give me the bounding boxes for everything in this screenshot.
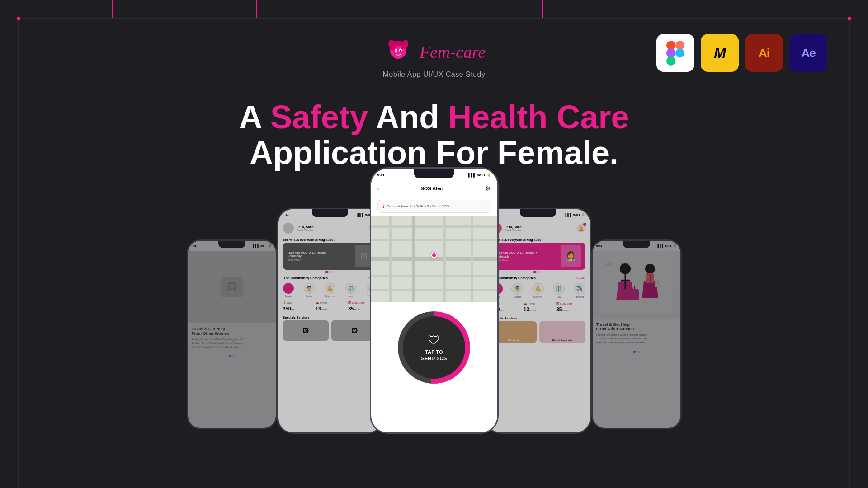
corner-dot-tl [17,17,20,20]
phones-container: 9:41 ▐▐▐WiFi🔋 🖼 Travel & Get HelpFrom Ot… [118,167,750,434]
svg-point-3 [675,48,684,57]
heading-and: And [368,99,448,135]
phone-wireframe-far: 9:41 ▐▐▐WiFi🔋 🖼 Travel & Get HelpFrom Ot… [187,239,277,429]
logo-text: Fem-care [420,42,486,62]
tool-icons-bar: M Ai Ae [656,34,827,72]
heading-safety: Safety [270,99,368,135]
phone-home-gray: 9:41 ▐▐▐WiFi🔋 Hello, Sofia Good Morning … [277,208,383,434]
svg-point-22 [645,264,655,274]
svg-point-15 [406,44,407,45]
svg-rect-20 [630,289,639,300]
corner-dot-tr [848,17,851,20]
svg-rect-2 [666,48,675,58]
svg-rect-4 [666,56,675,66]
status-time-2: 9:41 [283,213,289,216]
svg-point-11 [395,50,396,52]
maze-icon: M [701,34,739,72]
phone-travel-far: 9:41 ▐▐▐WiFi🔋 [591,239,682,429]
svg-point-12 [400,50,401,52]
status-time-1: 9:41 [192,244,198,248]
status-time-sos: 9:41 [377,173,385,177]
deco-line-4 [542,0,543,18]
sos-title: SOS Alert [420,186,443,191]
svg-rect-1 [675,41,684,50]
svg-point-14 [405,45,407,47]
heading-pre: A [239,99,270,135]
logo-area: Fem-care Mobile App UI/UX Case Study [382,36,486,79]
heading-line2: Application For Female. [239,135,629,171]
after-effects-icon: Ae [789,34,827,72]
logo-svg-icon [382,36,414,68]
phone-home-color: 9:41 ▐▐▐WiFi🔋 Hello, Sofia Good Morning … [485,208,591,434]
figma-icon [656,34,694,72]
logo-subtitle: Mobile App UI/UX Case Study [382,70,486,79]
deco-line-2 [256,0,257,18]
deco-line-3 [400,0,400,18]
phone-sos-center: 9:41 ▐▐▐WiFi🔋 ‹ SOS Alert ⚙ ℹ Press Volu… [370,167,499,434]
illustrator-icon: Ai [745,34,783,72]
sos-info-text: Press Volume Up Button To Send SOS [387,204,449,208]
heading-health: Health Care [448,99,629,135]
deco-line-1 [112,0,113,18]
svg-rect-25 [655,280,660,287]
main-heading: A Safety And Health Care Application For… [239,99,629,171]
svg-point-17 [620,263,631,274]
